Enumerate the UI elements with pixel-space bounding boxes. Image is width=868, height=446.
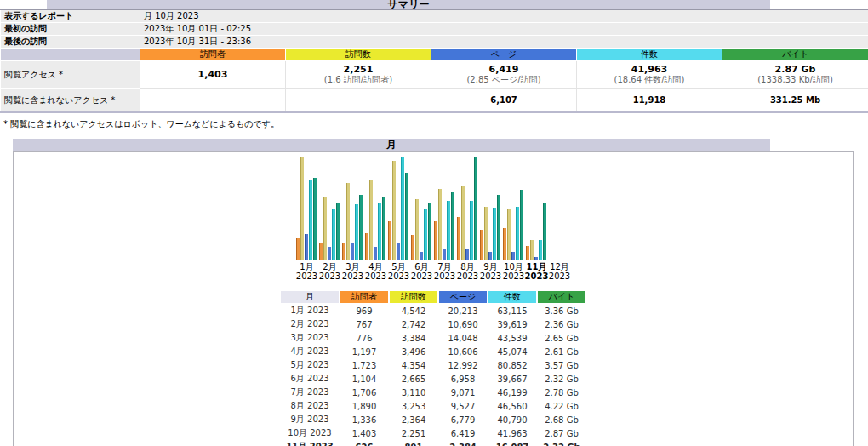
monthly-col-header: 訪問者 [340,291,388,303]
value-cell: 626 [340,441,388,446]
value-cell: 2.78 Gb [538,386,585,398]
chart-bar-visits [346,183,350,260]
value-cell: 891 [390,441,437,446]
chart-x-month-label: 4月 [368,262,382,272]
value-cell: 767 [340,318,388,330]
month-cell: 3月 2023 [281,332,339,344]
monthly-table-row: 10月 20231,4032,2516,41941,9632.87 Gb [281,427,585,439]
value-cell: 3.57 Gb [538,359,585,371]
value-cell: 12,992 [439,359,487,371]
not-viewed-pages: 6,107 [431,89,577,113]
value-cell: 63,115 [488,305,536,317]
monthly-col-header: バイト [538,291,585,303]
chart-bar-hits [470,201,473,260]
viewed-traffic-row: 閲覧アクセス * 1,403 2,251(1.6 訪問/訪問者) 6,419(2… [1,61,868,89]
monthly-table: 月訪問者訪問数ページ件数バイト 1月 20239694,54220,21363,… [279,289,587,446]
chart-bar-visitors [296,238,300,260]
chart-x-year-label: 2023 [434,272,455,281]
value-cell: 14,048 [439,332,487,344]
chart-bar-visits [530,240,534,260]
chart-bar-visitors [319,243,323,260]
value-cell: 2.32 Gb [538,441,585,446]
chart-bar-pages [557,260,561,260]
chart-x-month-label: 10月 [504,262,523,272]
value-cell: 1,706 [340,386,388,398]
chart-bar-pages [305,234,308,260]
value-cell: 1,890 [340,400,388,412]
not-viewed-bytes: 331.25 Mb [722,89,868,113]
value-cell: 2,384 [439,441,487,446]
first-visit-value: 2023年 10月 01日 - 02:25 [140,23,868,36]
chart-bar-pages [465,249,469,260]
monthly-table-row: 2月 20237672,74210,69039,6192.36 Gb [281,318,585,330]
value-cell: 2.32 Gb [538,373,585,385]
month-cell: 6月 2023 [281,373,339,385]
chart-x-year-label: 2023 [388,272,409,281]
month-cell: 8月 2023 [281,400,339,412]
monthly-table-row: 3月 20237763,38414,04843,5392.65 Gb [281,332,585,344]
monthly-table-row: 5月 20231,7234,35412,99280,8523.57 Gb [281,359,585,371]
chart-bar-hits [378,203,381,260]
chart-month-group: 2月2023 [319,157,340,281]
chart-month-group: 11月2023 [526,157,547,281]
not-viewed-hits: 11,918 [577,89,722,113]
monthly-title: 月 [386,139,397,151]
chart-month-group: 10月2023 [503,157,524,281]
first-visit-row: 最初の訪問 2023年 10月 01日 - 02:25 [1,23,868,36]
chart-bar-visits [392,161,396,260]
chart-bar-pages [374,247,377,260]
chart-month-group: 9月2023 [480,157,501,281]
chart-bar-visits [300,157,304,260]
chart-bar-pages [488,252,492,260]
chart-bar-bytes [543,203,546,260]
chart-bar-pages [420,252,423,260]
chart-bar-bytes [428,203,431,260]
chart-bar-bytes [382,197,385,260]
chart-bar-visitors [457,217,460,260]
month-cell: 4月 2023 [281,346,339,357]
chart-bar-bytes [405,173,408,260]
chart-bar-hits [332,209,335,260]
last-visit-label: 最後の訪問 [1,36,140,49]
header-visitors: 訪問者 [140,49,286,61]
monthly-table-row: 1月 20239694,54220,21363,1153.36 Gb [281,305,585,317]
chart-x-year-label: 2023 [457,272,478,281]
chart-bar-visitors [526,246,529,260]
chart-bar-visitors [549,260,552,260]
value-cell: 2,251 [390,427,437,439]
chart-bar-hits [562,260,565,260]
viewed-visitors: 1,403 [140,61,286,89]
chart-x-month-label: 6月 [414,262,428,272]
value-cell: 4,354 [390,359,437,371]
monthly-table-row: 8月 20231,8903,2539,52746,5604.22 Gb [281,400,585,412]
chart-bar-pages [511,252,515,260]
month-cell: 11月 2023 [281,441,339,446]
chart-month-group: 3月2023 [342,157,363,281]
value-cell: 2.65 Gb [538,332,585,344]
chart-month-group: 12月2023 [549,157,570,281]
value-cell: 3.36 Gb [538,305,585,317]
header-hits: 件数 [577,49,722,61]
chart-month-group: 7月2023 [434,157,455,281]
monthly-table-header-row: 月訪問者訪問数ページ件数バイト [281,291,585,303]
chart-bar-visits [369,180,373,260]
value-cell: 9,071 [439,386,487,398]
monthly-history-panel: 1月20232月20233月20234月20235月20236月20237月20… [13,151,854,446]
chart-bar-visitors [480,230,483,260]
value-cell: 10,690 [439,318,487,330]
chart-x-month-label: 5月 [391,262,405,272]
chart-x-year-label: 2023 [480,272,501,281]
chart-bar-hits [355,204,358,260]
month-cell: 1月 2023 [281,305,339,317]
report-period-label: 表示するレポート [1,9,140,23]
chart-bar-pages [328,247,331,260]
chart-bar-visitors [411,235,414,260]
value-cell: 1,104 [340,373,388,385]
value-cell: 41,963 [488,427,536,439]
monthly-bar-chart: 1月20232月20233月20234月20235月20236月20237月20… [14,157,853,281]
metric-header-row: 訪問者 訪問数 ページ 件数 バイト [1,49,868,61]
chart-bar-pages [397,243,400,260]
chart-bar-bytes [566,260,569,260]
chart-bar-visits [484,207,488,260]
last-visit-row: 最後の訪問 2023年 10月 31日 - 23:36 [1,36,868,49]
